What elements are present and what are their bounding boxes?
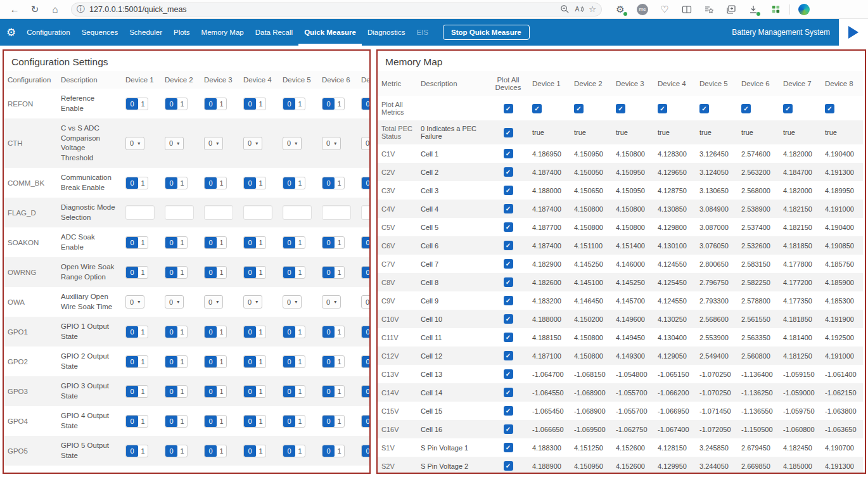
value-dropdown[interactable]: 0▾ <box>165 295 184 308</box>
toggle-option-selected[interactable]: 0 <box>322 267 335 278</box>
toggle-0-1[interactable]: 01 <box>243 355 266 368</box>
toggle-option-selected[interactable]: 0 <box>165 237 177 248</box>
toggle-0-1[interactable]: 01 <box>361 355 371 368</box>
toggle-option-unselected[interactable]: 1 <box>138 356 148 367</box>
settings-gear-icon[interactable]: ⚙ <box>0 19 21 46</box>
toggle-0-1[interactable]: 01 <box>125 415 148 428</box>
split-screen-icon[interactable] <box>679 2 695 17</box>
toggle-option-unselected[interactable]: 1 <box>256 237 265 248</box>
toggle-option-unselected[interactable]: 1 <box>335 386 344 397</box>
toggle-0-1[interactable]: 01 <box>243 236 266 249</box>
plot-metric-checkbox[interactable] <box>504 406 513 416</box>
toggle-option-selected[interactable]: 0 <box>322 416 335 427</box>
toggle-option-unselected[interactable]: 1 <box>217 177 226 189</box>
toggle-0-1[interactable]: 01 <box>322 415 345 428</box>
toggle-option-selected[interactable]: 0 <box>165 445 177 457</box>
value-input[interactable] <box>283 205 312 220</box>
plot-device-checkbox[interactable] <box>616 104 625 113</box>
toggle-option-unselected[interactable]: 1 <box>256 356 265 367</box>
toggle-0-1[interactable]: 01 <box>361 326 371 338</box>
toggle-0-1[interactable]: 01 <box>283 415 305 428</box>
toggle-option-selected[interactable]: 0 <box>205 177 217 189</box>
toggle-option-unselected[interactable]: 1 <box>138 177 148 189</box>
toggle-option-unselected[interactable]: 1 <box>177 326 187 338</box>
value-input[interactable] <box>165 205 194 220</box>
toggle-option-unselected[interactable]: 1 <box>256 386 265 397</box>
toggle-option-unselected[interactable]: 1 <box>256 98 265 110</box>
zoom-out-icon[interactable] <box>560 4 570 14</box>
toggle-option-selected[interactable]: 0 <box>322 237 335 248</box>
toggle-0-1[interactable]: 01 <box>361 98 371 110</box>
toggle-option-selected[interactable]: 0 <box>283 386 295 397</box>
toggle-0-1[interactable]: 01 <box>165 355 188 368</box>
toggle-option-unselected[interactable]: 1 <box>335 326 344 338</box>
toggle-option-selected[interactable]: 0 <box>244 445 256 457</box>
toggle-option-selected[interactable]: 0 <box>283 326 295 338</box>
toggle-option-unselected[interactable]: 1 <box>295 445 305 457</box>
plot-metric-checkbox[interactable] <box>504 351 513 360</box>
toggle-option-selected[interactable]: 0 <box>283 177 295 189</box>
toggle-0-1[interactable]: 01 <box>125 177 148 189</box>
plot-metric-checkbox[interactable] <box>504 128 513 137</box>
toggle-0-1[interactable]: 01 <box>283 385 305 398</box>
plot-device-checkbox[interactable] <box>574 104 584 113</box>
toggle-option-selected[interactable]: 0 <box>205 416 217 427</box>
toggle-option-selected[interactable]: 0 <box>322 326 335 338</box>
toggle-0-1[interactable]: 01 <box>125 326 148 338</box>
plot-device-checkbox[interactable] <box>783 104 793 113</box>
toggle-option-selected[interactable]: 0 <box>283 445 295 457</box>
toggle-0-1[interactable]: 01 <box>322 266 345 279</box>
toggle-option-selected[interactable]: 0 <box>165 326 177 338</box>
read-aloud-icon[interactable]: A <box>574 4 584 14</box>
value-input[interactable] <box>125 205 155 220</box>
value-input[interactable] <box>322 205 351 220</box>
toggle-option-selected[interactable]: 0 <box>205 386 217 397</box>
toggle-option-unselected[interactable]: 1 <box>295 386 305 397</box>
nav-item-configuration[interactable]: Configuration <box>21 19 75 46</box>
plot-metric-checkbox[interactable] <box>504 204 513 213</box>
toggle-option-selected[interactable]: 0 <box>283 356 295 367</box>
toggle-0-1[interactable]: 01 <box>283 177 305 189</box>
toggle-0-1[interactable]: 01 <box>322 98 345 110</box>
toggle-0-1[interactable]: 01 <box>283 445 305 457</box>
toggle-0-1[interactable]: 01 <box>165 415 188 428</box>
toggle-option-unselected[interactable]: 1 <box>177 267 187 278</box>
toggle-option-unselected[interactable]: 1 <box>177 356 187 367</box>
value-dropdown[interactable]: 0▾ <box>283 137 302 150</box>
toggle-option-unselected[interactable]: 1 <box>177 177 187 189</box>
toggle-option-unselected[interactable]: 1 <box>177 237 187 248</box>
toggle-option-selected[interactable]: 0 <box>283 267 295 278</box>
plot-metric-checkbox[interactable] <box>504 186 513 195</box>
toggle-option-selected[interactable]: 0 <box>362 326 371 338</box>
toggle-option-unselected[interactable]: 1 <box>295 237 305 248</box>
value-dropdown[interactable]: 0▾ <box>204 295 223 308</box>
nav-item-sequences[interactable]: Sequences <box>76 19 124 46</box>
toggle-0-1[interactable]: 01 <box>322 445 345 457</box>
nav-item-data-recall[interactable]: Data Recall <box>250 19 298 46</box>
toggle-option-selected[interactable]: 0 <box>126 267 138 278</box>
toggle-option-unselected[interactable]: 1 <box>295 326 305 338</box>
gear-icon[interactable]: ⚙ <box>612 2 629 17</box>
plot-metric-checkbox[interactable] <box>504 369 513 379</box>
nav-item-eis[interactable]: EIS <box>411 19 434 46</box>
toggle-option-unselected[interactable]: 1 <box>335 237 344 248</box>
toggle-option-selected[interactable]: 0 <box>362 386 371 397</box>
nav-item-quick-measure[interactable]: Quick Measure <box>298 19 362 46</box>
toggle-0-1[interactable]: 01 <box>283 236 305 249</box>
value-dropdown[interactable]: 0▾ <box>204 137 223 150</box>
toggle-0-1[interactable]: 01 <box>243 266 266 279</box>
value-input[interactable] <box>361 205 371 220</box>
toggle-option-selected[interactable]: 0 <box>165 386 177 397</box>
value-dropdown[interactable]: 0▾ <box>322 295 341 308</box>
toggle-option-unselected[interactable]: 1 <box>335 98 344 110</box>
value-input[interactable] <box>243 205 272 220</box>
toggle-option-unselected[interactable]: 1 <box>138 326 148 338</box>
toggle-option-unselected[interactable]: 1 <box>256 326 265 338</box>
favorite-star-icon[interactable]: ☆ <box>589 4 596 14</box>
toggle-option-unselected[interactable]: 1 <box>295 177 305 189</box>
toggle-option-selected[interactable]: 0 <box>244 237 256 248</box>
toggle-option-selected[interactable]: 0 <box>244 386 256 397</box>
toggle-option-selected[interactable]: 0 <box>165 177 177 189</box>
toggle-0-1[interactable]: 01 <box>204 266 227 279</box>
nav-item-diagnostics[interactable]: Diagnostics <box>362 19 411 46</box>
